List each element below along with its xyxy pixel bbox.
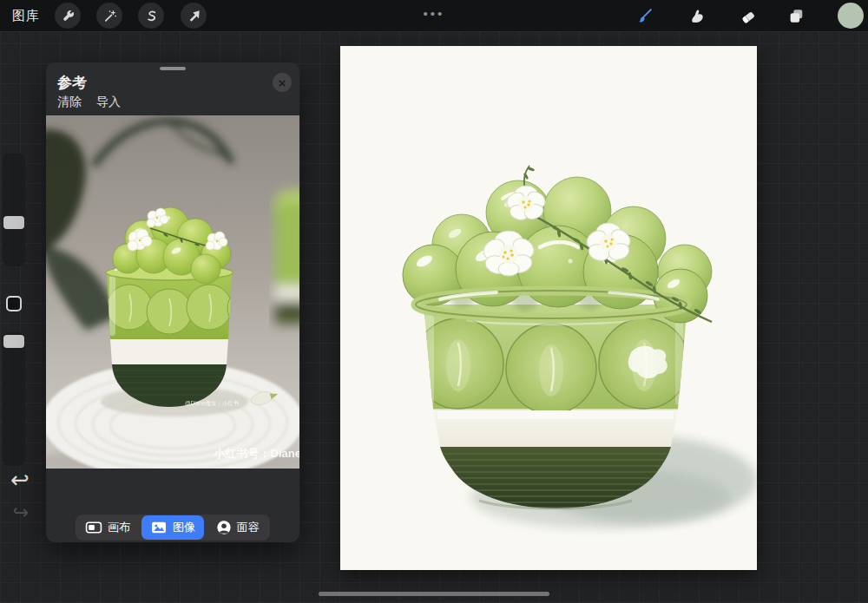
paint-brush-icon [635,7,653,24]
reference-panel-title: 参考 [57,73,87,93]
modify-button[interactable] [6,296,22,311]
undo-button[interactable]: ↩ [7,467,33,493]
redo-button[interactable]: ↪ [8,500,34,526]
smudge-tool-button[interactable] [683,3,709,29]
home-indicator[interactable] [319,592,549,596]
selection-s-icon [144,9,159,23]
undo-arrow-icon: ↩ [10,467,30,493]
close-panel-button[interactable]: × [273,73,292,92]
redo-arrow-icon: ↪ [13,501,29,523]
active-color-swatch[interactable] [838,3,864,29]
transform-button[interactable] [181,3,207,29]
gallery-label: 图库 [12,8,40,24]
reference-photo[interactable]: @Diane魔女｜小红书 小红书号：Diane [46,115,299,469]
brush-size-handle[interactable] [3,216,24,229]
photo-watermark-large: 小红书号：Diane [214,447,299,460]
brush-size-slider[interactable] [3,154,25,266]
gallery-button[interactable]: 图库 [12,0,40,31]
overflow-dots: ••• [424,6,445,21]
layers-button[interactable] [783,3,809,29]
artwork-watercolor-dessert [340,46,757,570]
tab-image-label: 图像 [173,520,195,535]
photo-watermark-small: @Diane魔女｜小红书 [185,400,240,407]
tab-canvas[interactable]: 画布 [76,515,140,540]
brush-opacity-handle[interactable] [3,335,24,348]
tab-image[interactable]: 图像 [141,515,205,540]
brush-opacity-slider[interactable] [3,332,25,466]
paint-tool-button[interactable] [631,3,657,29]
image-tab-icon [150,521,168,534]
reference-actions: 清除 导入 [57,95,121,110]
panel-drag-handle[interactable] [160,67,186,70]
reference-panel: 参考 清除 导入 × [46,62,299,542]
canvas[interactable] [340,46,757,570]
layers-icon [787,7,805,24]
smudge-finger-icon [687,7,705,24]
face-tab-icon [216,520,232,535]
adjustments-button[interactable] [96,3,122,29]
actions-button[interactable] [55,3,81,29]
canvas-overflow-menu[interactable]: ••• [408,0,460,26]
tab-canvas-label: 画布 [108,520,130,535]
procreate-app: 图库 ••• [0,0,868,603]
selection-button[interactable] [138,3,164,29]
close-icon: × [279,75,286,90]
transform-arrow-icon [187,9,201,23]
wrench-icon [61,9,76,23]
tab-face[interactable]: 面容 [206,515,269,540]
tab-face-label: 面容 [237,520,260,535]
magic-wand-icon [102,9,117,23]
reference-mode-tabs: 画布 图像 面容 [76,515,270,541]
eraser-tool-button[interactable] [735,3,761,29]
import-button[interactable]: 导入 [96,95,121,110]
eraser-icon [740,7,757,24]
clear-button[interactable]: 清除 [57,95,82,110]
canvas-tab-icon [85,521,102,534]
top-toolbar: 图库 ••• [0,0,868,31]
